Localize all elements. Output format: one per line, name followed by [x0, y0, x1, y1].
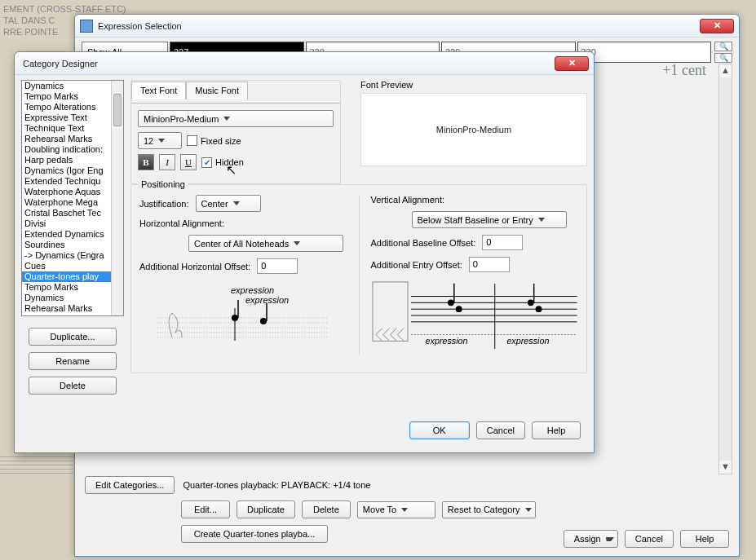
font-preview-label: Font Preview — [360, 80, 587, 90]
category-list-item[interactable]: Harp pedals — [22, 155, 111, 165]
help-button[interactable]: Help — [680, 530, 729, 548]
edit-categories-button[interactable]: Edit Categories... — [85, 476, 175, 494]
cancel-button[interactable]: Cancel — [625, 530, 674, 548]
category-list-item[interactable]: Expressive Text — [22, 112, 111, 123]
cancel-button[interactable]: Cancel — [476, 421, 525, 439]
italic-button[interactable]: I — [159, 154, 175, 170]
chevron-down-icon — [233, 201, 240, 205]
delete-button[interactable]: Delete — [302, 500, 351, 518]
category-listbox[interactable]: DynamicsTempo MarksTempo AlterationsExpr… — [21, 80, 124, 316]
category-list-item[interactable]: Rehearsal Marks — [22, 134, 111, 144]
titlebar[interactable]: Category Designer ✕ — [15, 52, 594, 75]
underline-button[interactable]: U — [180, 154, 197, 170]
zoom-in-button[interactable]: 🔍 — [714, 42, 732, 51]
category-designer-dialog: Category Designer ✕ DynamicsTempo MarksT… — [14, 51, 595, 453]
svg-point-21 — [455, 306, 462, 312]
positioning-label: Positioning — [138, 179, 188, 189]
measure-box-330[interactable]: 330 — [577, 42, 712, 63]
svg-text:expression: expression — [425, 336, 467, 346]
svg-text:expression: expression — [231, 285, 274, 295]
fixed-size-checkbox[interactable]: Fixed size — [187, 135, 241, 146]
zoom-out-button[interactable]: 🔍 — [714, 53, 732, 63]
category-list-item[interactable]: Waterphone Mega — [22, 197, 111, 208]
category-list-item[interactable]: Dynamics (Igor Eng — [22, 165, 111, 176]
svg-text:expression: expression — [506, 336, 549, 346]
chevron-down-icon — [525, 508, 532, 512]
background-music-staff — [0, 456, 73, 554]
halign-label: Horizontal Alignment: — [139, 218, 224, 228]
eoffset-input[interactable]: 0 — [469, 257, 510, 272]
category-delete-button[interactable]: Delete — [29, 377, 117, 395]
justification-dropdown[interactable]: Center — [196, 195, 261, 212]
category-list-item[interactable]: Rehearsal Marks — [22, 303, 111, 314]
help-button[interactable]: Help — [532, 421, 581, 439]
halign-dropdown[interactable]: Center of All Noteheads — [188, 235, 343, 252]
bold-button[interactable]: B — [138, 154, 154, 170]
boffset-label: Additional Baseline Offset: — [371, 238, 476, 248]
reset-to-category-dropdown[interactable]: Reset to Category — [442, 501, 536, 518]
assign-button[interactable]: Assign — [564, 530, 618, 548]
chevron-down-icon — [606, 537, 614, 541]
category-list-item[interactable]: Cues — [22, 261, 111, 271]
close-button[interactable]: ✕ — [555, 56, 589, 71]
checkbox-icon — [187, 135, 197, 146]
svg-point-9 — [260, 318, 267, 324]
category-list-item[interactable]: Doubling indication: — [22, 144, 111, 155]
close-button[interactable]: ✕ — [700, 19, 734, 33]
svg-point-19 — [447, 299, 453, 306]
category-list-item[interactable]: Dynamics — [22, 293, 111, 303]
create-expression-button[interactable]: Create Quarter-tones playba... — [181, 525, 328, 543]
category-list-item[interactable]: Extended Techniqu — [22, 176, 111, 187]
justification-label: Justification: — [139, 199, 189, 209]
scroll-up-arrow[interactable]: ▲ — [719, 64, 732, 77]
move-to-dropdown[interactable]: Move To — [357, 501, 435, 518]
chevron-down-icon — [401, 508, 408, 512]
listbox-scrollbar[interactable] — [111, 81, 123, 315]
chevron-down-icon — [158, 139, 165, 143]
dialog-title: Expression Selection — [98, 21, 700, 31]
category-rename-button[interactable]: Rename — [29, 352, 117, 370]
category-list-item[interactable]: Sourdines — [22, 240, 111, 250]
chevron-down-icon — [294, 241, 300, 245]
category-list-item[interactable]: Tempo Marks — [22, 91, 111, 102]
checkbox-icon: ✔ — [201, 157, 212, 168]
font-size-dropdown[interactable]: 12 — [138, 132, 182, 149]
font-name-dropdown[interactable]: MinionPro-Medium — [138, 110, 334, 127]
eoffset-label: Additional Entry Offset: — [371, 260, 462, 270]
category-list-item[interactable]: Waterphone Aquas — [22, 187, 111, 197]
svg-point-22 — [527, 299, 533, 306]
category-list-item[interactable]: Technique Text — [22, 123, 111, 134]
svg-point-24 — [535, 306, 542, 312]
font-group: Text Font Music Font MinionPro-Medium 12 — [130, 80, 341, 184]
vertical-scrollbar[interactable]: ▲ ▼ — [718, 64, 732, 474]
duplicate-button[interactable]: Duplicate — [237, 500, 295, 518]
valign-label: Vertical Alignment: — [371, 195, 445, 205]
category-list-item[interactable]: -> Dynamics (Engra — [22, 250, 111, 261]
status-text: Quarter-tones playback: PLAYBACK: +1/4 t… — [183, 480, 370, 490]
chevron-down-icon — [538, 218, 545, 222]
category-list-item[interactable]: Dynamics — [22, 81, 111, 91]
ok-button[interactable]: OK — [409, 421, 470, 439]
category-list-item[interactable]: Tempo Marks — [22, 282, 111, 293]
category-list-item[interactable]: Tempo Alterations — [22, 102, 111, 112]
category-list-item[interactable]: Cristal Baschet Tec — [22, 208, 111, 218]
hoffset-input[interactable]: 0 — [257, 258, 298, 274]
scroll-down-arrow[interactable]: ▼ — [719, 461, 732, 474]
category-list-item[interactable]: Quarter-tones play — [22, 271, 111, 282]
valign-dropdown[interactable]: Below Staff Baseline or Entry — [412, 211, 567, 228]
positioning-group: Positioning Justification: Center Horizo… — [130, 184, 587, 373]
font-preview-panel: Font Preview MinionPro-Medium — [360, 80, 587, 166]
horizontal-diagram: expression expression — [139, 280, 347, 355]
app-icon — [80, 20, 93, 33]
tab-text-font[interactable]: Text Font — [131, 82, 186, 99]
category-duplicate-button[interactable]: Duplicate... — [29, 328, 117, 346]
edit-button[interactable]: Edit... — [181, 500, 230, 518]
dialog-title: Category Designer — [20, 59, 555, 68]
category-list-item[interactable]: Extended Dynamics — [22, 229, 111, 240]
hidden-checkbox[interactable]: ✔ Hidden — [201, 157, 244, 168]
titlebar[interactable]: Expression Selection ✕ — [75, 15, 739, 37]
boffset-input[interactable]: 0 — [482, 235, 523, 250]
tab-music-font[interactable]: Music Font — [186, 82, 248, 99]
hoffset-label: Additional Horizontal Offset: — [139, 262, 250, 271]
category-list-item[interactable]: Divisi — [22, 218, 111, 229]
